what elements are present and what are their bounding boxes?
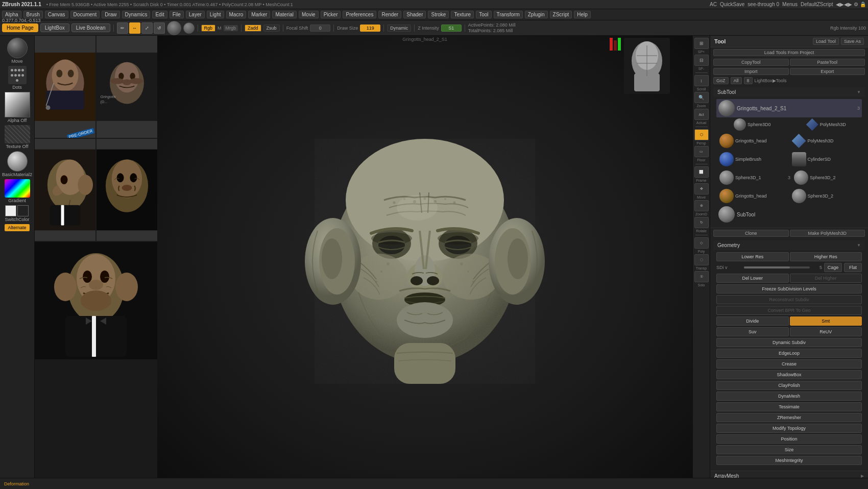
subtool-header[interactable]: SubTool ▼ bbox=[713, 87, 865, 97]
lightbox-btn[interactable]: LightBox bbox=[40, 23, 69, 32]
reuv-btn[interactable]: ReUV bbox=[790, 327, 862, 336]
position-btn[interactable]: Position bbox=[716, 434, 862, 444]
menu-texture[interactable]: Texture bbox=[451, 11, 474, 18]
freeze-subdiv-btn[interactable]: Freeze SubDivision Levels bbox=[716, 284, 862, 294]
suv-btn[interactable]: Suv bbox=[716, 327, 789, 336]
subtool-sphere3d0[interactable]: Sphere3D0 bbox=[732, 117, 773, 132]
frame-btn[interactable]: ⬜ bbox=[694, 166, 709, 178]
move-icon-btn[interactable]: ↔ bbox=[129, 22, 140, 34]
menu-shader[interactable]: Shader bbox=[403, 11, 426, 18]
all-btn[interactable]: All bbox=[731, 77, 742, 84]
zadd-btn[interactable]: Zadd bbox=[245, 25, 261, 32]
menu-movie[interactable]: Movie bbox=[299, 11, 319, 18]
focal-value[interactable]: 0 bbox=[310, 25, 330, 32]
poly-btn[interactable]: ◇ bbox=[694, 237, 709, 249]
menu-transform[interactable]: Transform bbox=[494, 11, 523, 18]
subtool-sphere3d2b[interactable]: Sphere3D_2 bbox=[790, 188, 861, 204]
material-tool[interactable]: BasicMaterial2 bbox=[2, 151, 32, 177]
visible-btn[interactable]: 8 bbox=[744, 77, 753, 84]
shadowbox-btn[interactable]: ShadowBox bbox=[716, 370, 862, 379]
save-as-btn[interactable]: Save As bbox=[841, 38, 864, 45]
menu-stroke[interactable]: Stroke bbox=[428, 11, 449, 18]
copy-tool-btn[interactable]: CopyTool bbox=[713, 59, 789, 66]
del-higher-btn[interactable]: Del Higher bbox=[790, 274, 862, 283]
thumb-goblin-older[interactable] bbox=[97, 139, 157, 241]
dynamic-btn[interactable]: Dynamic bbox=[387, 25, 411, 32]
menu-light[interactable]: Light bbox=[207, 11, 224, 18]
zoom-btn[interactable]: 🔍 bbox=[694, 92, 709, 103]
alpha-tool[interactable]: Alpha Off bbox=[5, 92, 30, 123]
subtool-sphere3d2[interactable]: Sphere3D_2 bbox=[792, 169, 860, 186]
brush-indicator[interactable] bbox=[167, 21, 181, 35]
subtool-pm3d-sphere3[interactable]: SubTool bbox=[716, 205, 862, 224]
goz-btn[interactable]: GoZ bbox=[713, 77, 729, 84]
thumb-goblin-main[interactable]: PRE-ORDER bbox=[35, 36, 95, 138]
convert-bpr-btn[interactable]: Convert BPR To Geo bbox=[716, 306, 862, 315]
scroll-btn[interactable]: ↕ bbox=[694, 75, 709, 86]
paste-tool-btn[interactable]: PasteTool bbox=[790, 59, 865, 66]
texture-tool[interactable]: Texture Off bbox=[5, 125, 30, 149]
menu-macro[interactable]: Macro bbox=[226, 11, 247, 18]
gradient-tool[interactable]: Gradient bbox=[5, 179, 30, 203]
edit-icon-btn[interactable]: ✏ bbox=[117, 22, 128, 34]
smt-btn[interactable]: Smt bbox=[790, 316, 862, 326]
menu-alpha[interactable]: Alpha bbox=[2, 11, 21, 18]
edgeloop-btn[interactable]: EdgeLoop bbox=[716, 349, 862, 358]
subtool-gringotts-head[interactable]: Gringotts_head bbox=[718, 133, 788, 149]
menu-file[interactable]: File bbox=[170, 11, 184, 18]
menu-dynamics[interactable]: Dynamics bbox=[122, 11, 151, 18]
menu-document[interactable]: Document bbox=[70, 11, 100, 18]
thumb-goblin-face-dark[interactable]: Gringotts (D... bbox=[97, 36, 157, 138]
z-intensity-value[interactable]: S1 bbox=[441, 25, 462, 32]
see-through-btn[interactable]: see-through 0 bbox=[748, 2, 779, 7]
zoom3d-btn[interactable]: ⊕ bbox=[694, 200, 709, 211]
actual-btn[interactable]: Act bbox=[694, 109, 709, 120]
dynamic-subdiv-btn[interactable]: Dynamic Subdiv bbox=[716, 338, 862, 347]
tessimate-btn[interactable]: Tessimate bbox=[716, 402, 862, 411]
floor-btn[interactable]: ▭ bbox=[694, 146, 709, 157]
alternate-btn[interactable]: Alternate bbox=[5, 224, 29, 231]
thumb-goblin-profile[interactable] bbox=[35, 139, 95, 241]
reconstruct-btn[interactable]: Reconstruct Subdiv bbox=[716, 295, 862, 304]
divide-btn[interactable]: Divide bbox=[716, 316, 789, 326]
transp-btn[interactable]: ◌ bbox=[694, 254, 709, 265]
flat-btn[interactable]: Flat bbox=[844, 263, 862, 272]
menu-help[interactable]: Help bbox=[574, 11, 591, 18]
cage-btn[interactable]: Cage bbox=[824, 263, 842, 272]
subtool-cylinder[interactable]: CylinderSD bbox=[790, 151, 861, 167]
solo-btn[interactable]: ① bbox=[694, 271, 709, 282]
crease-btn[interactable]: Crease bbox=[716, 359, 862, 369]
lightbox-tools[interactable]: LightBox▶Tools bbox=[755, 78, 787, 83]
thumb-goblin-full[interactable] bbox=[35, 242, 157, 359]
move-tool[interactable]: Move bbox=[7, 38, 28, 64]
dots-tool[interactable]: Dots bbox=[8, 66, 27, 90]
menu-zplugin[interactable]: Zplugin bbox=[525, 11, 548, 18]
sp-plus-btn[interactable]: ⊞ bbox=[694, 38, 709, 49]
make-polymesh-btn[interactable]: Make PolyMesh3D bbox=[790, 230, 865, 237]
menu-preferences[interactable]: Preferences bbox=[343, 11, 376, 18]
menu-material[interactable]: Material bbox=[272, 11, 297, 18]
brush-name-label[interactable]: Mrgb bbox=[224, 25, 238, 31]
mode-rgb-btn[interactable]: Rgb bbox=[201, 25, 216, 32]
home-page-btn[interactable]: Home Page bbox=[2, 23, 38, 32]
lower-res-btn[interactable]: Lower Res bbox=[716, 252, 789, 261]
move-nav-btn[interactable]: ✥ bbox=[694, 183, 709, 194]
zremesher-btn[interactable]: ZRemesher bbox=[716, 413, 862, 422]
rotate-icon-btn[interactable]: ↺ bbox=[154, 22, 165, 34]
zsub-btn[interactable]: Zsub bbox=[263, 25, 280, 32]
scale-icon-btn[interactable]: ⤢ bbox=[141, 22, 153, 34]
menu-canvas[interactable]: Canvas bbox=[45, 11, 68, 18]
load-tool-btn[interactable]: Load Tool bbox=[813, 38, 839, 45]
menu-marker[interactable]: Marker bbox=[248, 11, 270, 18]
del-lower-btn[interactable]: Del Lower bbox=[716, 274, 789, 283]
size-btn[interactable]: Size bbox=[716, 445, 862, 454]
clone-btn[interactable]: Clone bbox=[713, 230, 789, 237]
menu-layer[interactable]: Layer bbox=[186, 11, 205, 18]
persp-btn[interactable]: ⬡ bbox=[694, 129, 709, 140]
menu-render[interactable]: Render bbox=[378, 11, 401, 18]
sp-minus-btn[interactable]: ⊟ bbox=[694, 55, 709, 66]
live-boolean-btn[interactable]: Live Boolean bbox=[71, 23, 110, 32]
higher-res-btn[interactable]: Higher Res bbox=[790, 252, 862, 261]
export-btn[interactable]: Export bbox=[790, 68, 865, 75]
claypolish-btn[interactable]: ClayPolish bbox=[716, 381, 862, 390]
